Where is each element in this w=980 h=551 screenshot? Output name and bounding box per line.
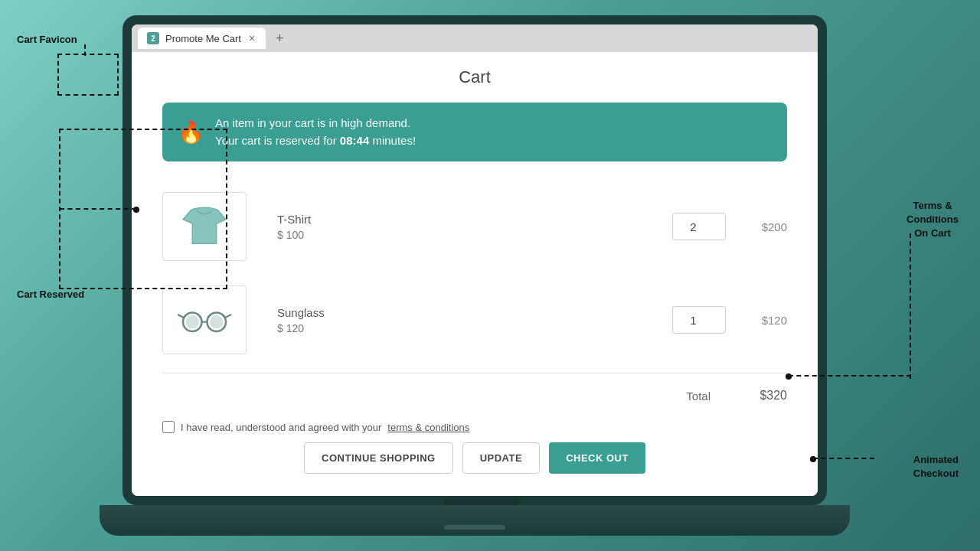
annotation-terms-label: Terms &ConditionsOn Cart xyxy=(906,199,959,241)
cart-title: Cart xyxy=(162,67,787,87)
laptop-hinge xyxy=(444,499,521,505)
checkout-line-h xyxy=(813,458,874,459)
tshirt-price: $ 100 xyxy=(277,229,657,241)
annotation-animated-label: AnimatedCheckout xyxy=(913,453,959,481)
alert-line1: An item in your cart is in high demand. xyxy=(215,116,410,129)
alert-timer: 08:44 xyxy=(340,134,369,147)
tab-close-button[interactable]: × xyxy=(247,32,256,44)
tshirt-qty-container xyxy=(672,213,726,240)
terms-text: I have read, understood and agreed with … xyxy=(181,422,381,433)
alert-line2-suffix: minutes! xyxy=(369,134,416,147)
terms-link[interactable]: terms & conditions xyxy=(387,422,469,433)
annotation-terms: Terms &ConditionsOn Cart xyxy=(906,199,959,241)
active-tab[interactable]: 2 Promote Me Cart × xyxy=(138,28,266,49)
sunglass-qty-input[interactable] xyxy=(672,306,726,334)
svg-line-6 xyxy=(226,315,231,318)
sunglass-total: $120 xyxy=(741,314,787,327)
sunglass-price: $ 120 xyxy=(277,322,657,334)
alert-text: An item in your cart is in high demand. … xyxy=(215,115,416,149)
sunglass-svg xyxy=(178,303,231,337)
update-button[interactable]: UPDATE xyxy=(462,442,540,474)
sunglass-details: Sunglass $ 120 xyxy=(262,306,657,334)
laptop-frame: 2 Promote Me Cart × + Cart 🔥 An item in … xyxy=(122,15,842,536)
sunglass-image xyxy=(162,285,247,354)
checkout-button[interactable]: CHECK OUT xyxy=(549,442,645,474)
tab-bar: 2 Promote Me Cart × + xyxy=(132,24,818,52)
alert-line2-prefix: Your cart is reserved for xyxy=(215,134,340,147)
sunglass-name: Sunglass xyxy=(277,306,657,319)
terms-checkbox[interactable] xyxy=(162,421,175,433)
cart-item-tshirt: T-Shirt $ 100 $200 xyxy=(162,180,787,273)
browser-window: 2 Promote Me Cart × + Cart 🔥 An item in … xyxy=(132,24,818,496)
sunglass-qty-container xyxy=(672,306,726,334)
terms-line-h xyxy=(789,375,911,377)
favicon-line-v xyxy=(84,44,86,56)
terms-row: I have read, understood and agreed with … xyxy=(162,421,787,433)
alert-banner: 🔥 An item in your cart is in high demand… xyxy=(162,103,787,161)
tshirt-total: $200 xyxy=(741,220,787,233)
svg-line-5 xyxy=(178,315,183,318)
tshirt-qty-input[interactable] xyxy=(672,213,726,240)
cart-item-sunglass: Sunglass $ 120 $120 xyxy=(162,273,787,367)
total-amount: $320 xyxy=(741,389,787,403)
laptop-notch xyxy=(444,525,505,530)
tab-title: Promote Me Cart xyxy=(165,33,241,44)
screen-bezel: 2 Promote Me Cart × + Cart 🔥 An item in … xyxy=(122,15,827,505)
terms-line-v xyxy=(910,233,911,379)
new-tab-button[interactable]: + xyxy=(269,28,290,49)
svg-point-2 xyxy=(186,315,200,328)
annotation-cart-favicon-label: Cart Favicon xyxy=(17,34,77,45)
cart-divider xyxy=(162,373,787,373)
cart-content: Cart 🔥 An item in your cart is in high d… xyxy=(132,52,818,496)
svg-point-3 xyxy=(210,315,224,328)
annotation-cart-favicon: Cart Favicon xyxy=(17,32,77,46)
annotation-animated-checkout: AnimatedCheckout xyxy=(913,453,959,481)
tshirt-details: T-Shirt $ 100 xyxy=(262,213,657,241)
button-row: CONTINUE SHOPPING UPDATE CHECK OUT xyxy=(162,442,787,474)
total-row: Total $320 xyxy=(162,380,787,412)
annotation-cart-reserved-label: Cart Reserved xyxy=(17,289,84,300)
tshirt-name: T-Shirt xyxy=(277,213,657,226)
favicon-dashed-box xyxy=(57,54,119,96)
laptop-base xyxy=(100,505,850,536)
tab-badge: 2 xyxy=(147,32,159,44)
total-label: Total xyxy=(686,390,710,403)
continue-shopping-button[interactable]: CONTINUE SHOPPING xyxy=(304,442,453,474)
cart-items-list: T-Shirt $ 100 $200 xyxy=(162,180,787,367)
reserved-line-h xyxy=(60,208,136,210)
